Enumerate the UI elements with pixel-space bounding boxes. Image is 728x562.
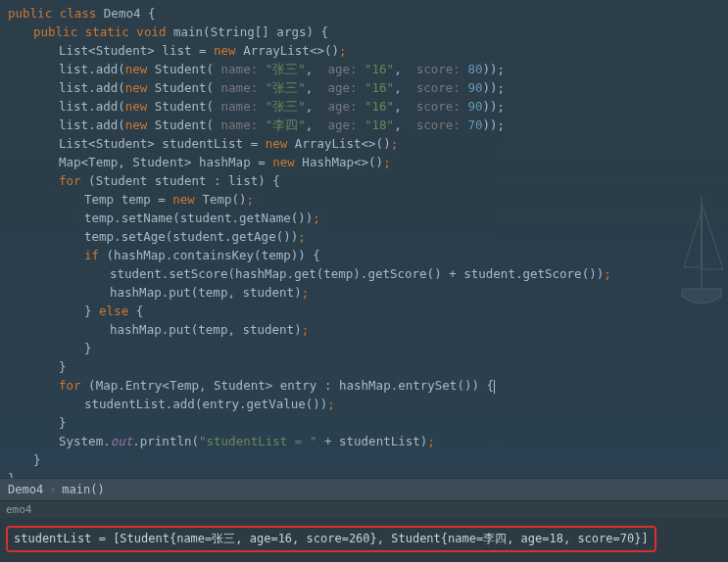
code-text: .println(: [132, 434, 199, 448]
code-line[interactable]: studentList.add(entry.getValue());: [8, 395, 728, 413]
semicolon: ;: [339, 43, 347, 58]
semicolon: ;: [247, 192, 255, 207]
semicolon: ;: [313, 211, 320, 225]
keyword-new: new: [125, 99, 148, 114]
console-panel[interactable]: studentList = [Student{name=张三, age=16, …: [0, 518, 728, 562]
code-line[interactable]: List<Student> studentList = new ArrayLis…: [8, 134, 728, 153]
code-line[interactable]: public static void main(String[] args) {: [8, 23, 728, 41]
code-text: ));: [482, 80, 505, 95]
semicolon: ;: [327, 397, 335, 411]
semicolon: ;: [302, 322, 310, 337]
code-line[interactable]: list.add(new Student( name: "李四", age: "…: [8, 116, 728, 134]
code-text: Temp(): [195, 192, 247, 207]
number: 90: [467, 99, 482, 114]
code-text: ));: [482, 117, 505, 132]
code-line[interactable]: } else {: [8, 302, 728, 320]
comma: ,: [394, 99, 409, 114]
code-text: list.add(: [59, 117, 125, 132]
code-line[interactable]: List<Student> list = new ArrayList<>();: [8, 41, 728, 60]
string: "studentList = ": [199, 434, 316, 448]
code-line[interactable]: list.add(new Student( name: "张三", age: "…: [8, 97, 728, 116]
method-name: main: [173, 24, 203, 39]
brace: }: [8, 471, 16, 478]
code-line[interactable]: System.out.println("studentList = " + st…: [8, 432, 728, 450]
code-line[interactable]: list.add(new Student( name: "张三", age: "…: [8, 60, 728, 78]
keyword: public static void: [33, 24, 173, 39]
param-hint: age:: [320, 117, 364, 132]
code-line[interactable]: temp.setAge(student.getAge());: [8, 227, 728, 246]
code-line[interactable]: student.setScore(hashMap.get(temp).getSc…: [8, 264, 728, 283]
code-text: Student(: [147, 117, 214, 132]
code-line[interactable]: if (hashMap.containsKey(temp)) {: [8, 246, 728, 264]
code-text: System.: [59, 434, 111, 448]
code-text: list.add(: [59, 80, 125, 95]
keyword-for: for: [59, 173, 81, 188]
keyword-for: for: [59, 378, 81, 393]
string: "张三": [266, 62, 306, 76]
params: (String[] args) {: [203, 24, 328, 39]
code-text: temp.setName(student.getName()): [84, 211, 313, 225]
code-text: ));: [482, 62, 505, 76]
string: "李四": [266, 117, 306, 132]
code-text: Student(: [147, 80, 214, 95]
number: 90: [467, 80, 482, 95]
code-text: (Student student : list) {: [81, 173, 280, 188]
param-hint: name:: [214, 62, 266, 76]
semicolon: ;: [383, 155, 391, 169]
semicolon: ;: [302, 285, 310, 300]
code-line[interactable]: }: [8, 357, 728, 376]
console-tab[interactable]: emo4: [0, 500, 728, 518]
comma: ,: [394, 117, 409, 132]
code-text: temp.setAge(student.getAge()): [84, 229, 298, 244]
param-hint: name:: [214, 99, 266, 114]
brace: }: [84, 304, 99, 318]
param-hint: name:: [214, 80, 266, 95]
code-text: ));: [482, 99, 505, 114]
keyword-new: new: [272, 155, 295, 169]
string: "16": [364, 99, 394, 114]
param-hint: age:: [320, 80, 364, 95]
semicolon: ;: [391, 136, 399, 151]
brace: }: [59, 415, 67, 430]
code-text: Temp temp =: [84, 192, 172, 207]
comma: ,: [306, 62, 320, 76]
code-line[interactable]: for (Map.Entry<Temp, Student> entry : ha…: [8, 376, 728, 395]
comma: ,: [306, 80, 320, 95]
code-line[interactable]: hashMap.put(temp, student);: [8, 320, 728, 339]
code-line[interactable]: }: [8, 469, 728, 478]
keyword-if: if: [84, 248, 99, 262]
code-line[interactable]: Temp temp = new Temp();: [8, 190, 728, 209]
keyword-new: new: [125, 62, 148, 76]
param-hint: score:: [409, 80, 467, 95]
number: 70: [467, 117, 482, 132]
keyword-new: new: [125, 80, 148, 95]
code-line[interactable]: for (Student student : list) {: [8, 171, 728, 190]
code-line[interactable]: Map<Temp, Student> hashMap = new HashMap…: [8, 153, 728, 171]
brace: }: [59, 359, 67, 374]
code-line[interactable]: temp.setName(student.getName());: [8, 209, 728, 227]
keyword-new: new: [172, 192, 195, 207]
string: "张三": [266, 99, 306, 114]
breadcrumb-class[interactable]: Demo4: [8, 483, 43, 496]
code-text: hashMap.put(temp, student): [110, 285, 302, 300]
code-line[interactable]: hashMap.put(temp, student);: [8, 283, 728, 302]
keyword-new: new: [214, 43, 236, 58]
param-hint: score:: [409, 99, 467, 114]
code-line[interactable]: list.add(new Student( name: "张三", age: "…: [8, 78, 728, 97]
keyword-new: new: [266, 136, 288, 151]
code-text: hashMap.put(temp, student): [110, 322, 302, 337]
code-editor[interactable]: public class Demo4 { public static void …: [0, 0, 728, 478]
code-line[interactable]: }: [8, 450, 728, 469]
comma: ,: [394, 80, 409, 95]
code-line[interactable]: }: [8, 339, 728, 357]
code-line[interactable]: }: [8, 413, 728, 432]
param-hint: score:: [409, 62, 467, 76]
code-line[interactable]: public class Demo4 {: [8, 4, 728, 23]
string: "16": [364, 80, 394, 95]
comma: ,: [306, 117, 320, 132]
breadcrumb-method[interactable]: main(): [62, 483, 104, 496]
comma: ,: [306, 99, 320, 114]
code-text: (hashMap.containsKey(temp)) {: [99, 248, 320, 262]
param-hint: score:: [409, 117, 467, 132]
param-hint: age:: [320, 99, 364, 114]
